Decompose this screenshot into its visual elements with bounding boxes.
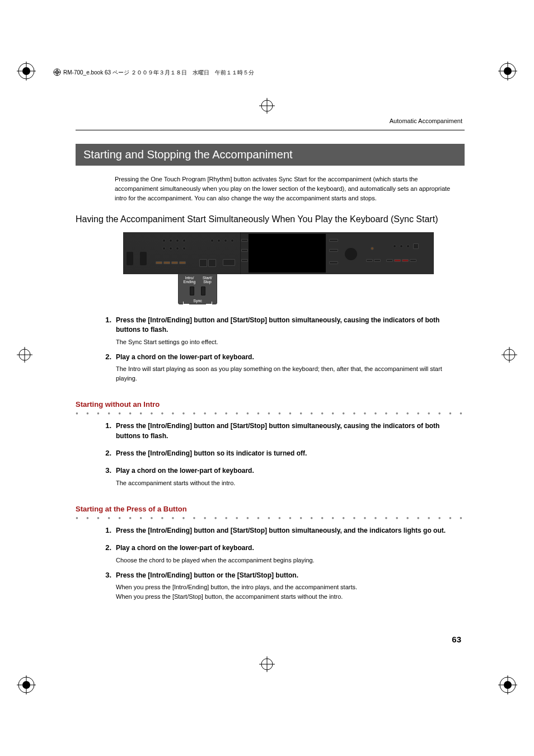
- step-text: The accompaniment starts without the int…: [116, 478, 465, 488]
- step-title: Play a chord on the lower-part of keyboa…: [116, 466, 465, 476]
- transpose-btn: [329, 249, 338, 252]
- steps-without-intro: 1. Press the [Intro/Ending] button and […: [104, 421, 465, 488]
- tempo-btn: [217, 239, 221, 242]
- step-number: 2.: [104, 353, 116, 383]
- step-item: 1. Press the [Intro/Ending] button and […: [104, 316, 465, 347]
- step-item: 2. Play a chord on the lower-part of key…: [104, 543, 465, 565]
- dotted-rule: ● ● ● ● ● ● ● ● ● ● ● ● ● ● ● ● ● ● ● ● …: [76, 515, 465, 520]
- step-item: 2. Play a chord on the lower-part of key…: [104, 353, 465, 383]
- variation-btn: [163, 261, 170, 264]
- intro-ending-btn: [199, 259, 207, 267]
- harmony-btn: [371, 247, 374, 250]
- registration-mark-top: [259, 98, 275, 114]
- panel-right-section: [326, 232, 434, 274]
- variation-btn: [156, 261, 162, 264]
- crop-mark-br: [498, 675, 517, 694]
- variation-btn: [179, 261, 186, 264]
- panel-button: [169, 239, 172, 242]
- instrument-panel-figure: [123, 232, 434, 274]
- step-text: The Sync Start settings go into effect.: [116, 337, 465, 347]
- registration-mark-bottom: [259, 656, 275, 672]
- start-stop-btn: [208, 259, 216, 267]
- tone-btn: [400, 245, 403, 248]
- tone-btn: [406, 245, 410, 248]
- dotted-rule: ● ● ● ● ● ● ● ● ● ● ● ● ● ● ● ● ● ● ● ● …: [76, 411, 465, 416]
- chapter-label: Automatic Accompaniment: [76, 118, 465, 124]
- intro-btn: [366, 259, 373, 262]
- panel-display: [249, 234, 326, 273]
- callout-intro-ending-button: [190, 287, 194, 295]
- variation-btn: [171, 261, 178, 264]
- step-text: Choose the chord to be played when the a…: [116, 556, 465, 565]
- callout-intro-ending-label: Intro/ Ending: [180, 276, 199, 284]
- step-text: The Intro will start playing as soon as …: [116, 364, 465, 383]
- step-title: Press the [Intro/Ending] button and [Sta…: [116, 421, 465, 441]
- play-btn: [402, 259, 409, 262]
- header-rule: [76, 130, 465, 130]
- panel-button: [176, 239, 179, 242]
- callout-start-stop-button: [201, 287, 205, 295]
- step-number: 1.: [104, 421, 116, 443]
- tempo-btn: [210, 239, 214, 242]
- print-job-header: RM-700_e.book 63 ページ ２００９年３月１８日 水曜日 午前１１…: [53, 68, 254, 77]
- panel-button: [176, 247, 179, 250]
- step-text: When you press the [Intro/Ending] button…: [116, 583, 465, 602]
- step-item: 2. Press the [Intro/Ending] button so it…: [104, 449, 465, 461]
- steps-sync-start: 1. Press the [Intro/Ending] button and […: [104, 316, 465, 383]
- rotary-btn: [241, 239, 248, 242]
- volume-knob: [127, 252, 133, 265]
- panel-button: [182, 247, 186, 250]
- step-number: 1.: [104, 526, 116, 538]
- step-title: Play a chord on the lower-part of keyboa…: [116, 353, 465, 362]
- ending-btn: [374, 259, 381, 262]
- step-item: 3. Press the [Intro/Ending] button or th…: [104, 571, 465, 602]
- page-icon: [53, 68, 61, 77]
- tempo-btn: [224, 239, 227, 242]
- heading-press-button: Starting at the Press of a Button: [76, 505, 465, 513]
- panel-button: [162, 247, 166, 250]
- step-number: 1.: [104, 316, 116, 347]
- autofill-btn: [241, 259, 248, 262]
- panel-button: [162, 239, 166, 242]
- step-number: 3.: [104, 466, 116, 487]
- subheading-sync-start: Having the Accompaniment Start Simultane…: [76, 214, 465, 224]
- tempo-btn: [231, 239, 234, 242]
- sync-callout: Intro/ Ending Start/ Stop Sync: [178, 273, 217, 304]
- master-tune-btn: [223, 259, 235, 266]
- panel-button: [182, 239, 186, 242]
- step-title: Press the [Intro/Ending] button and [Sta…: [116, 316, 465, 335]
- step-title: Press the [Intro/Ending] button or the […: [116, 571, 465, 580]
- step-number: 3.: [104, 571, 116, 602]
- step-item: 1. Press the [Intro/Ending] button and […: [104, 421, 465, 443]
- step-title: Press the [Intro/Ending] button and [Sta…: [116, 526, 465, 536]
- rec-btn: [386, 259, 393, 262]
- dial: [345, 248, 357, 260]
- step-title: Press the [Intro/Ending] button so its i…: [116, 449, 465, 458]
- stop-btn: [394, 259, 401, 262]
- step-title: Play a chord on the lower-part of keyboa…: [116, 543, 465, 553]
- tone-btn: [393, 245, 396, 248]
- speaker-btn: [329, 239, 338, 242]
- registration-mark-right: [502, 347, 517, 363]
- tone-btn: [413, 243, 419, 249]
- panel-button: [169, 247, 172, 250]
- balance-knob: [140, 252, 147, 265]
- steps-press-button: 1. Press the [Intro/Ending] button and […: [104, 526, 465, 602]
- step-item: 1. Press the [Intro/Ending] button and […: [104, 526, 465, 538]
- callout-sync-label: Sync: [180, 299, 216, 303]
- crop-mark-bl: [17, 675, 36, 694]
- step-number: 2.: [104, 543, 116, 565]
- heading-without-intro: Starting without an Intro: [76, 400, 465, 408]
- keytouch-btn: [329, 261, 338, 264]
- step-number: 2.: [104, 449, 116, 461]
- part-btn: [410, 259, 416, 262]
- page-number: 63: [452, 635, 461, 644]
- panel-left-section: [123, 232, 241, 274]
- panel-mid-gap: [241, 232, 249, 274]
- print-header-text: RM-700_e.book 63 ページ ２００９年３月１８日 水曜日 午前１１…: [63, 69, 254, 77]
- registration-mark-left: [17, 347, 32, 363]
- crop-mark-tl: [17, 62, 36, 81]
- vibrato-btn: [241, 249, 248, 252]
- intro-paragraph: Pressing the One Touch Program [Rhythm] …: [115, 175, 459, 203]
- callout-start-stop-label: Start/ Stop: [199, 276, 216, 284]
